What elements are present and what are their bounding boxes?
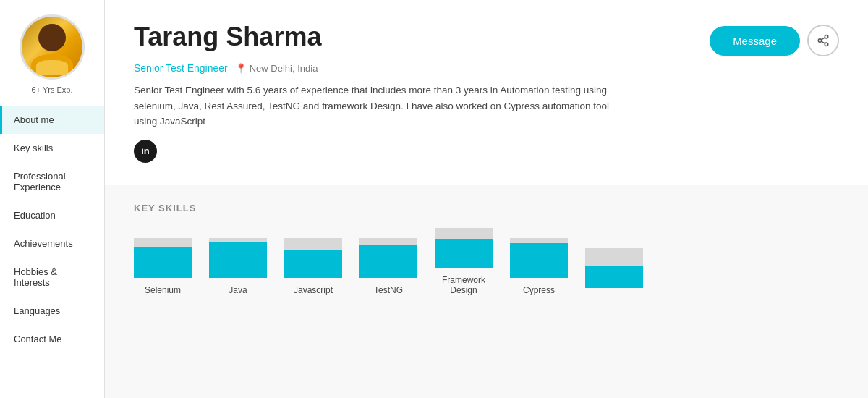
skill-label-testng: TestNG (374, 285, 403, 295)
skill-label-selenium: Selenium (145, 285, 181, 295)
experience-label: 6+ Yrs Exp. (32, 85, 73, 94)
svg-line-3 (821, 41, 825, 43)
skill-label-java: Java (229, 285, 247, 295)
skill-bar-fill-framework-design (435, 239, 493, 268)
sidebar-item-education[interactable]: Education (0, 201, 104, 229)
skills-panel: KEY SKILLS Selenium Java (105, 185, 868, 398)
skill-bar-bg-cypress (510, 238, 568, 278)
sidebar-item-about-me[interactable]: About me (0, 106, 104, 134)
message-button[interactable]: Message (710, 26, 800, 56)
skill-cypress: Cypress (510, 238, 568, 295)
location-pin-icon: 📍 (235, 63, 247, 74)
skill-selenium: Selenium (134, 238, 192, 295)
share-button[interactable] (807, 25, 839, 56)
sidebar-item-achievements[interactable]: Achievements (0, 229, 104, 258)
job-title: Senior Test Engineer (134, 62, 228, 74)
svg-line-4 (821, 38, 825, 40)
skill-bar-fill-testng (359, 245, 417, 278)
sidebar-item-key-skills[interactable]: Key skills (0, 134, 104, 162)
sidebar-item-contact-me[interactable]: Contact Me (0, 325, 104, 353)
skill-label-cypress: Cypress (523, 285, 555, 295)
avatar (20, 14, 85, 80)
skill-partial-fill (585, 266, 643, 288)
sidebar: 6+ Yrs Exp. About me Key skills Professi… (0, 0, 105, 398)
skill-bar-bg-framework-design (435, 228, 493, 268)
skill-label-javascript: Javascript (294, 285, 333, 295)
title-row: Senior Test Engineer 📍 New Delhi, India (134, 62, 839, 74)
skill-bar-bg-selenium (134, 238, 192, 278)
sidebar-item-professional-experience[interactable]: Professional Experience (0, 162, 104, 201)
main-content: Tarang Sharma Message Senior Test Engine… (105, 0, 868, 398)
skill-bar-fill-selenium (134, 247, 192, 278)
skill-bar-bg-java (209, 238, 267, 278)
skill-java: Java (209, 238, 267, 295)
profile-name: Tarang Sharma (134, 22, 321, 52)
skill-bar-fill-cypress (510, 243, 568, 278)
location-text: New Delhi, India (250, 63, 318, 74)
action-buttons: Message (710, 25, 839, 56)
sidebar-item-languages[interactable]: Languages (0, 297, 104, 325)
sidebar-item-hobbies[interactable]: Hobbies & Interests (0, 258, 104, 297)
share-icon (817, 34, 830, 47)
skills-grid: Selenium Java Javascript (134, 228, 839, 295)
skill-bar-fill-javascript (284, 250, 342, 278)
bio-text: Senior Test Engineer with 5.6 years of e… (134, 82, 626, 130)
skill-bar-bg-javascript (284, 238, 342, 278)
skill-javascript: Javascript (284, 238, 342, 295)
about-me-panel: Tarang Sharma Message Senior Test Engine… (105, 0, 868, 185)
skill-bar-fill-java (209, 242, 267, 278)
skill-partial-item (585, 248, 643, 295)
skill-partial-bar (585, 248, 643, 288)
linkedin-button[interactable]: in (134, 140, 157, 163)
skill-label-framework-design: Framework Design (442, 275, 485, 295)
skill-testng: TestNG (359, 238, 417, 295)
location: 📍 New Delhi, India (235, 63, 318, 74)
skill-framework-design: Framework Design (435, 228, 493, 295)
skills-section-title: KEY SKILLS (134, 203, 839, 213)
skill-bar-bg-testng (359, 238, 417, 278)
